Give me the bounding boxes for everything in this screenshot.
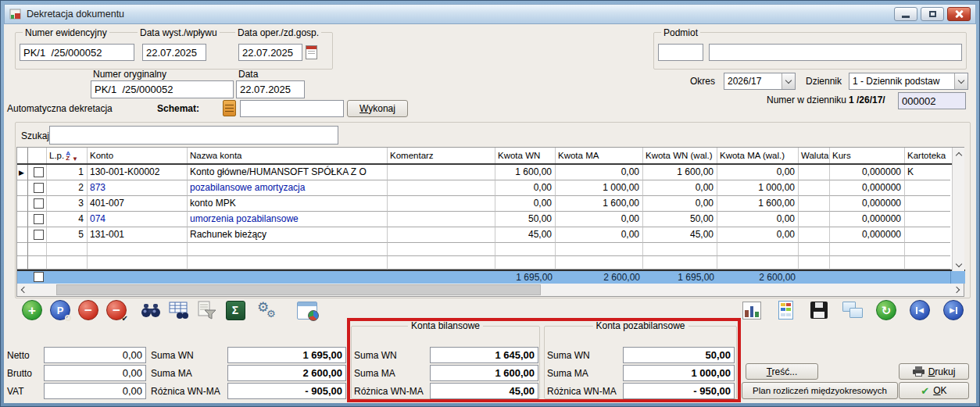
column-header-kwota-wn[interactable]: Kwota WN xyxy=(495,148,556,163)
bilansowe-suma-wn-field[interactable] xyxy=(430,347,538,363)
horizontal-scroll-thumb[interactable] xyxy=(56,284,541,295)
scroll-right-arrow[interactable] xyxy=(951,284,964,296)
settings-button[interactable]: ⚙ ⚙ xyxy=(256,298,281,323)
pozabilansowe-suma-wn-field[interactable] xyxy=(623,347,735,363)
form-icon xyxy=(778,301,793,320)
minus-icon: − xyxy=(78,300,98,320)
brutto-field[interactable] xyxy=(44,365,146,381)
podmiot-name-field[interactable] xyxy=(709,44,962,61)
numer-w-dzienniku-field[interactable] xyxy=(898,92,966,109)
view-button[interactable]: P xyxy=(48,298,73,323)
scroll-down-arrow[interactable] xyxy=(953,259,965,271)
drukuj-button[interactable]: Drukuj xyxy=(899,363,969,380)
column-header-kurs[interactable]: Kurs xyxy=(830,148,905,163)
chart-button[interactable] xyxy=(739,298,764,323)
numer-oryginalny-field[interactable] xyxy=(91,80,234,98)
bilansowe-roznica-field[interactable] xyxy=(430,383,538,399)
delete-marked-button[interactable]: −✔ xyxy=(104,298,129,323)
horizontal-scrollbar[interactable] xyxy=(17,284,964,296)
header-checkbox-col[interactable] xyxy=(28,148,47,163)
column-header-kwota-ma-wal[interactable]: Kwota MA (wal.) xyxy=(717,148,799,163)
row-checkbox[interactable] xyxy=(34,230,44,240)
roznica-field[interactable] xyxy=(227,383,346,399)
sort-arrow-icon: ▼ xyxy=(72,155,78,162)
schemat-picker-icon[interactable] xyxy=(223,100,236,116)
data-wystawienia-field[interactable] xyxy=(142,44,206,61)
find-button[interactable] xyxy=(138,298,163,323)
okres-select[interactable]: 2026/17 xyxy=(724,73,796,90)
numer-ewidencyjny-field[interactable] xyxy=(20,44,134,61)
title-bar[interactable]: Dekretacja dokumentu xyxy=(4,4,976,24)
dziennik-select[interactable]: 1 - Dziennik podstaw xyxy=(849,73,968,90)
ok-button[interactable]: ✔ OK xyxy=(899,382,969,399)
delete-button[interactable]: − xyxy=(76,298,101,323)
pozabilansowe-roznica-field[interactable] xyxy=(623,383,735,399)
suma-ma-field[interactable] xyxy=(227,365,346,381)
bilansowe-suma-ma-field[interactable] xyxy=(430,365,538,381)
table-row[interactable]: 4 074 umorzenia pozabilansowe 50,00 0,00… xyxy=(17,212,952,227)
column-header-kwota-wn-wal[interactable]: Kwota WN (wal.) xyxy=(643,148,717,163)
row-checkbox[interactable] xyxy=(34,214,44,224)
save-button[interactable] xyxy=(807,298,832,323)
dekretacja-window: Dekretacja dokumentu Numer ewidencyjny D… xyxy=(0,0,980,407)
restore-button[interactable] xyxy=(921,7,944,21)
numer-oryginalny-label: Numer oryginalny xyxy=(93,69,166,80)
find-in-table-button[interactable] xyxy=(166,298,191,323)
suma-wn-field[interactable] xyxy=(227,347,346,363)
plan-rozliczen-button[interactable]: Plan rozliczeń międzyokresowych xyxy=(742,382,898,399)
dziennik-dropdown-arrow[interactable] xyxy=(954,73,967,89)
szukaj-input[interactable] xyxy=(49,126,338,145)
table-empty-row[interactable] xyxy=(17,256,952,270)
summary-checkbox[interactable] xyxy=(34,272,44,282)
column-header-kartoteka[interactable]: Kartoteka xyxy=(905,148,950,163)
data-operacji-field[interactable] xyxy=(238,44,302,61)
sum-button[interactable]: Σ xyxy=(223,298,248,323)
form-button[interactable] xyxy=(773,298,798,323)
wykonaj-button[interactable]: Wykonaj xyxy=(347,100,408,117)
close-button[interactable] xyxy=(947,7,971,21)
data-field[interactable] xyxy=(236,80,305,98)
table-row[interactable]: 3 401-007 konto MPK 0,00 1 600,00 0,00 1… xyxy=(17,196,952,212)
filter-button[interactable] xyxy=(195,298,220,323)
column-header-konto[interactable]: Konto xyxy=(88,148,188,163)
schemat-field[interactable] xyxy=(240,100,344,117)
column-header-komentarz[interactable]: Komentarz xyxy=(388,148,495,163)
table-empty-row[interactable] xyxy=(17,243,952,256)
suma-ma-label: Suma MA xyxy=(151,368,192,379)
last-record-button[interactable]: ▶ xyxy=(941,298,966,323)
reports-button[interactable] xyxy=(295,298,320,323)
table-row[interactable]: 5 131-001 Rachunek bieżący 45,00 0,00 45… xyxy=(17,227,952,243)
refresh-button[interactable]: ↻ xyxy=(874,298,899,323)
summary-kwota-wn-wal: 1 695,00 xyxy=(643,271,717,284)
calendar-icon[interactable] xyxy=(306,45,317,59)
podmiot-code-field[interactable] xyxy=(658,44,703,61)
suma-wn-label: Suma WN xyxy=(151,350,194,361)
row-checkbox[interactable] xyxy=(34,167,44,177)
table-row[interactable]: 2 873 pozabilansowe amortyzacja 0,00 1 0… xyxy=(17,180,952,196)
magnifier-p-icon: P xyxy=(50,300,70,320)
pozabilansowe-suma-ma-field[interactable] xyxy=(623,365,735,381)
table-row[interactable]: ▶ 1 130-001-K00002 Konto główne/HUMANSOF… xyxy=(17,165,952,180)
row-checkbox[interactable] xyxy=(34,183,44,193)
roznica-label: Różnica WN-MA xyxy=(151,386,220,397)
toolbar-right: ↻ ◀ ▶ xyxy=(739,298,966,323)
netto-field[interactable] xyxy=(44,347,146,363)
okres-dropdown-arrow[interactable] xyxy=(781,73,795,89)
column-header-nazwa[interactable]: Nazwa konta xyxy=(188,148,388,163)
documents-button[interactable] xyxy=(840,298,865,323)
column-header-lp[interactable]: L.p. AZ ▼ xyxy=(47,148,88,163)
column-header-waluta[interactable]: Waluta xyxy=(799,148,830,163)
tresc-button[interactable]: Treść... xyxy=(746,363,818,380)
scroll-up-arrow[interactable] xyxy=(953,148,965,160)
scroll-left-arrow[interactable] xyxy=(17,284,30,296)
automatyczna-dekretacja-label: Automatyczna dekretacja xyxy=(7,103,113,114)
column-header-kwota-ma[interactable]: Kwota MA xyxy=(556,148,643,163)
okres-label: Okres xyxy=(690,76,715,87)
minimize-button[interactable] xyxy=(894,7,917,21)
row-checkbox[interactable] xyxy=(34,198,44,209)
vertical-scrollbar[interactable] xyxy=(952,148,964,271)
vat-field[interactable] xyxy=(44,383,146,399)
chevron-down-icon xyxy=(785,77,792,83)
add-button[interactable]: + xyxy=(20,298,45,323)
first-record-button[interactable]: ◀ xyxy=(907,298,932,323)
